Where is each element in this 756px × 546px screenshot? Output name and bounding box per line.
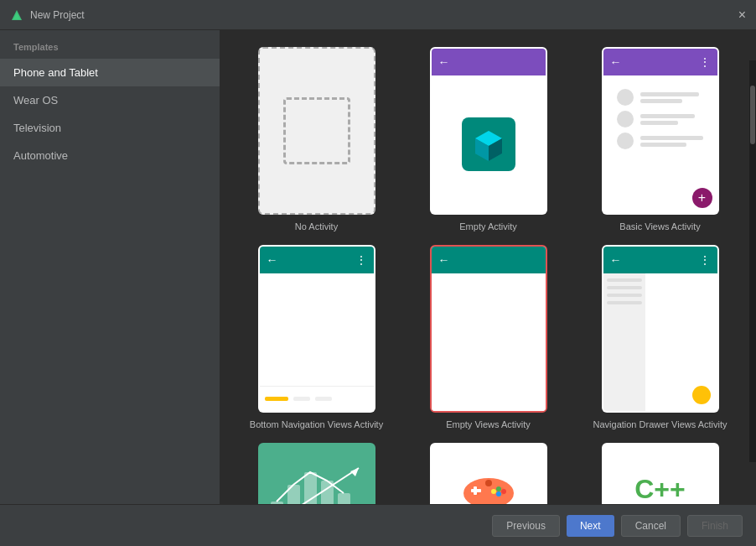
game-controller-icon (459, 468, 518, 504)
template-card-cpp[interactable]: C++ Native C++ (581, 443, 739, 504)
window-title: New Project (30, 9, 85, 21)
template-label: Empty Activity (459, 221, 516, 231)
svg-point-19 (496, 486, 501, 491)
template-label: Navigation Drawer Views Activity (593, 419, 728, 429)
title-bar: New Project × (0, 0, 756, 30)
next-button[interactable]: Next (567, 515, 614, 537)
scrollbar-thumb[interactable] (750, 86, 755, 144)
sidebar-section-label: Templates (0, 30, 220, 59)
back-arrow-icon: ← (438, 253, 450, 267)
previous-button[interactable]: Previous (492, 515, 560, 537)
finish-button[interactable]: Finish (687, 515, 743, 537)
sidebar-item-label: Automotive (13, 149, 68, 162)
cancel-button[interactable]: Cancel (621, 515, 681, 537)
template-card-basic-views[interactable]: ← ⋮ (581, 47, 739, 231)
template-label: Basic Views Activity (619, 221, 700, 231)
sidebar-item-wear-os[interactable]: Wear OS (0, 86, 220, 114)
back-arrow-icon: ← (610, 253, 622, 267)
svg-rect-10 (338, 493, 350, 504)
chart-preview (267, 460, 367, 504)
sidebar-item-phone-tablet[interactable]: Phone and Tablet (0, 59, 220, 86)
svg-point-21 (496, 491, 501, 497)
template-label: Bottom Navigation Views Activity (250, 419, 383, 429)
bottom-bar: Previous Next Cancel Finish (0, 504, 756, 546)
content-area: No Activity ← (220, 30, 756, 504)
svg-point-16 (485, 480, 492, 486)
dashed-box (283, 97, 350, 164)
back-arrow-icon: ← (610, 55, 622, 69)
svg-marker-12 (350, 468, 359, 476)
template-card-empty-activity[interactable]: ← Empty Activity (409, 47, 567, 231)
template-card-game[interactable]: Game Activity (409, 443, 567, 504)
template-card-bottom-nav[interactable]: ← ⋮ Bottom Navigation Views Activity (237, 245, 396, 429)
close-icon[interactable]: × (738, 8, 746, 22)
scrollbar-track[interactable] (749, 60, 756, 462)
template-card-empty-views[interactable]: ← Empty Views Activity (409, 245, 567, 429)
back-arrow-icon: ← (438, 55, 450, 69)
template-label: Empty Views Activity (446, 419, 531, 429)
template-card-nav-drawer[interactable]: ← ⋮ Navigat (581, 245, 739, 429)
back-arrow-icon: ← (267, 253, 278, 267)
more-icon: ⋮ (355, 253, 367, 267)
template-label: No Activity (295, 221, 338, 231)
sidebar-item-television[interactable]: Television (0, 114, 220, 142)
android-studio-icon (10, 8, 23, 22)
sidebar: Templates Phone and Tablet Wear OS Telev… (0, 30, 220, 504)
sidebar-item-label: Wear OS (13, 94, 58, 107)
android-cube-icon (472, 127, 505, 161)
sidebar-item-automotive[interactable]: Automotive (0, 142, 220, 169)
sidebar-item-label: Television (13, 122, 61, 134)
more-icon: ⋮ (699, 253, 711, 267)
template-grid: No Activity ← (220, 30, 756, 504)
more-icon: ⋮ (699, 55, 711, 69)
cpp-logo-text: C++ (634, 474, 685, 505)
svg-point-22 (491, 489, 496, 494)
template-card-no-activity[interactable]: No Activity (237, 47, 396, 231)
svg-rect-18 (474, 486, 477, 495)
sidebar-item-label: Phone and Tablet (13, 66, 98, 79)
template-card-chart[interactable] (237, 443, 396, 504)
svg-point-20 (501, 489, 506, 494)
